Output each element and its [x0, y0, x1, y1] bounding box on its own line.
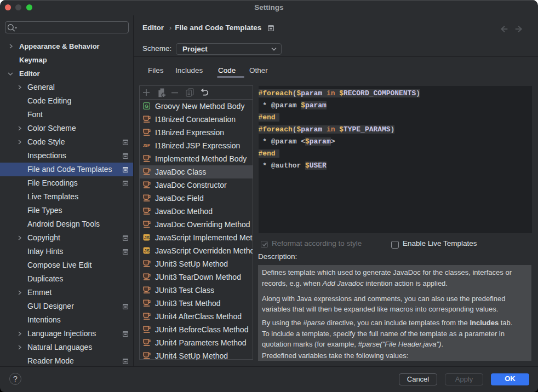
svg-text:G: G — [145, 103, 148, 108]
svg-text:JSP: JSP — [143, 143, 150, 148]
svg-text:JS: JS — [144, 235, 150, 240]
svg-text:JS: JS — [144, 249, 150, 253]
